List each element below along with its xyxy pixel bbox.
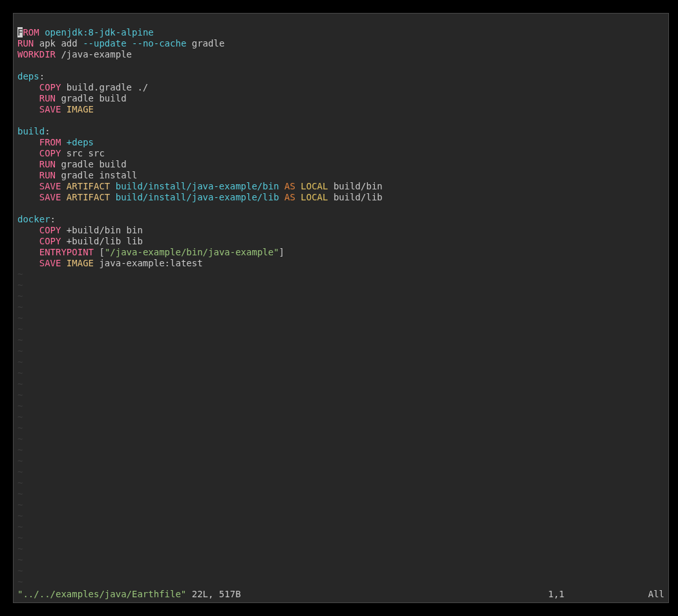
empty-line-tilde: ~: [17, 412, 664, 423]
empty-line-tilde: ~: [17, 302, 664, 313]
empty-line-tilde: ~: [17, 368, 664, 379]
workdir-path: /java-example: [56, 49, 132, 59]
kw-run: RUN: [17, 38, 34, 48]
artifact-path-1: build/install/java-example/bin: [110, 181, 279, 191]
kw-run: RUN: [39, 159, 56, 169]
status-filename: "../../examples/java/Earthfile": [17, 589, 186, 599]
empty-line-tilde: ~: [17, 324, 664, 335]
kw-copy: COPY: [39, 236, 61, 246]
empty-line-tilde: ~: [17, 555, 664, 566]
empty-line-tilde: ~: [17, 379, 664, 390]
empty-line-tilde: ~: [17, 291, 664, 302]
deps-run-args: gradle build: [56, 93, 127, 103]
artifact-dest-1: build/bin: [328, 181, 382, 191]
empty-line-tilde: ~: [17, 500, 664, 511]
empty-line-tilde: ~: [17, 544, 664, 555]
from-ref: +deps: [61, 137, 94, 147]
empty-line-tilde: ~: [17, 511, 664, 522]
empty-line-tilde: ~: [17, 280, 664, 291]
empty-line-tilde: ~: [17, 423, 664, 434]
save-image-tag: java-example:latest: [94, 258, 203, 268]
build-copy-args: src src: [61, 148, 104, 158]
empty-lines-region: ~~~~~~~~~~~~~~~~~~~~~~~~~~~~~: [17, 269, 664, 589]
flag-update: --update: [83, 38, 126, 48]
build-run2: gradle install: [56, 170, 137, 180]
empty-line-tilde: ~: [17, 357, 664, 368]
empty-line-tilde: ~: [17, 335, 664, 346]
empty-line-tilde: ~: [17, 577, 664, 588]
kw-entrypoint: ENTRYPOINT: [39, 247, 94, 257]
docker-copy2: +build/lib lib: [61, 236, 142, 246]
kw-image: IMAGE: [61, 258, 94, 268]
kw-workdir: WORKDIR: [17, 49, 56, 59]
run-args-a: apk add: [34, 38, 83, 48]
kw-from-rest: ROM: [23, 27, 39, 37]
from-image: openjdk:8-jdk-alpine: [39, 27, 154, 37]
editor-buffer[interactable]: FROM openjdk:8-jdk-alpine RUN apk add --…: [17, 16, 664, 269]
target-build: build: [17, 126, 45, 136]
artifact-dest-2: build/lib: [328, 192, 382, 202]
kw-as: AS: [279, 181, 295, 191]
status-line: "../../examples/java/Earthfile" 22L, 517…: [17, 589, 664, 600]
status-cursor-position: 1,1: [548, 589, 639, 600]
empty-line-tilde: ~: [17, 566, 664, 577]
kw-artifact: ARTIFACT: [61, 181, 110, 191]
status-scroll-percent: All: [639, 589, 664, 600]
kw-save: SAVE: [39, 258, 61, 268]
target-docker: docker: [17, 214, 50, 224]
kw-save: SAVE: [39, 104, 61, 114]
kw-save: SAVE: [39, 192, 61, 202]
artifact-path-2: build/install/java-example/lib: [110, 192, 279, 202]
docker-copy1: +build/bin bin: [61, 225, 142, 235]
kw-copy: COPY: [39, 82, 61, 92]
terminal-window[interactable]: FROM openjdk:8-jdk-alpine RUN apk add --…: [13, 13, 669, 603]
kw-run: RUN: [39, 170, 56, 180]
empty-line-tilde: ~: [17, 522, 664, 533]
empty-line-tilde: ~: [17, 313, 664, 324]
empty-line-tilde: ~: [17, 401, 664, 412]
kw-copy: COPY: [39, 148, 61, 158]
empty-line-tilde: ~: [17, 478, 664, 489]
kw-copy: COPY: [39, 225, 61, 235]
empty-line-tilde: ~: [17, 390, 664, 401]
kw-as: AS: [279, 192, 295, 202]
empty-line-tilde: ~: [17, 533, 664, 544]
kw-save: SAVE: [39, 181, 61, 191]
target-deps: deps: [17, 71, 39, 81]
empty-line-tilde: ~: [17, 456, 664, 467]
run-args-b: gradle: [186, 38, 224, 48]
empty-line-tilde: ~: [17, 434, 664, 445]
kw-artifact: ARTIFACT: [61, 192, 110, 202]
kw-local: LOCAL: [295, 181, 328, 191]
kw-from: FROM: [39, 137, 61, 147]
empty-line-tilde: ~: [17, 489, 664, 500]
kw-local: LOCAL: [295, 192, 328, 202]
build-run1: gradle build: [56, 159, 127, 169]
flag-no-cache: --no-cache: [132, 38, 186, 48]
kw-image: IMAGE: [61, 104, 94, 114]
entrypoint-string: "/java-example/bin/java-example": [105, 247, 279, 257]
kw-run: RUN: [39, 93, 56, 103]
empty-line-tilde: ~: [17, 269, 664, 280]
empty-line-tilde: ~: [17, 445, 664, 456]
empty-line-tilde: ~: [17, 467, 664, 478]
deps-copy-args: build.gradle ./: [61, 82, 148, 92]
empty-line-tilde: ~: [17, 346, 664, 357]
status-stats: 22L, 517B: [186, 589, 240, 599]
